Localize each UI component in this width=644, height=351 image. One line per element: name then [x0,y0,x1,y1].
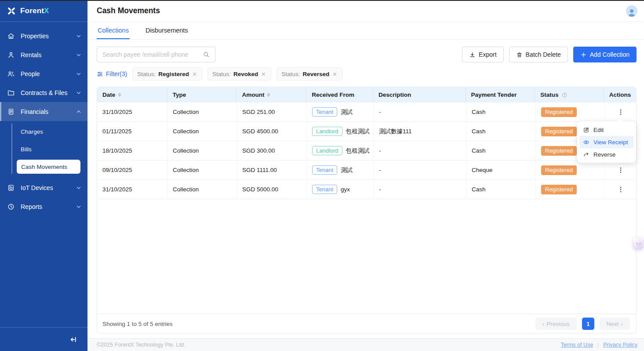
cell-amount: SGD 1111.00 [237,161,307,179]
payer-type-badge: Tenant [312,107,337,117]
privacy-policy-link[interactable]: Privacy Policy [603,342,637,348]
sort-icon[interactable] [118,93,121,97]
cell-type: Collection [167,180,237,199]
sidebar-item-contracts-files[interactable]: Contracts & Files [0,83,87,102]
chevron-left-icon: ‹ [542,321,545,327]
menu-item-reverse[interactable]: Reverse [579,148,634,161]
folder-icon [7,89,15,97]
cell-date: 09/10/2025 [97,161,167,179]
chip-value: Revoked [233,71,258,77]
cell-actions [605,180,636,199]
row-actions-button[interactable] [615,107,626,117]
table-row[interactable]: 31/10/2025 Collection SGD 251.00 Tenant … [97,102,636,122]
payer-name: gyx [341,186,350,193]
entries-summary: Showing 1 to 5 of 5 entries [102,321,173,327]
menu-item-view-receipt[interactable]: View Receipt [579,136,634,148]
search-input[interactable] [102,51,203,58]
cell-date: 18/10/2025 [97,141,167,160]
row-actions-button[interactable] [615,165,626,176]
chevron-down-icon [76,71,81,77]
column-label: Actions [609,91,631,98]
cell-date: 31/10/2025 [97,102,167,121]
toolbar: Export Batch Delete Add Collection [97,47,637,62]
page-header: Cash Movements [87,0,644,22]
status-badge: Registered [541,165,577,175]
column-label: Amount [242,91,264,98]
cell-actions [605,102,636,121]
export-button[interactable]: Export [462,47,503,62]
close-icon[interactable] [192,71,197,77]
chip-prefix: Status: [281,71,300,77]
sidebar-item-iot-devices[interactable]: IoT Devices [0,178,87,197]
sidebar-item-people[interactable]: People [0,64,87,83]
menu-item-label: Reverse [593,151,615,158]
row-actions-button[interactable] [615,184,626,195]
iot-device-icon [7,184,15,192]
tab-collections[interactable]: Collections [97,22,130,39]
eye-icon [583,139,589,146]
subitem-label: Charges [21,128,43,135]
cell-date: 31/10/2025 [97,180,167,199]
help-circle-icon[interactable] [561,92,568,98]
sidebar-item-reports[interactable]: Reports [0,197,87,216]
logo[interactable]: ForentX [0,0,87,22]
cell-type: Collection [167,122,237,141]
toolbar-buttons: Export Batch Delete Add Collection [462,47,637,62]
payer-name: 測試 [341,166,353,174]
batch-delete-button[interactable]: Batch Delete [509,47,568,62]
previous-page-button[interactable]: ‹Previous [535,318,577,330]
next-page-button[interactable]: Next› [600,318,630,330]
column-header-date[interactable]: Date [97,87,167,102]
assistant-widget-button[interactable]: >_< [633,238,643,249]
menu-item-edit[interactable]: Edit [579,124,634,136]
table-row[interactable]: 31/10/2025 Collection SGD 5000.00 Tenant… [97,180,636,199]
table-row[interactable]: 09/10/2025 Collection SGD 1111.00 Tenant… [97,161,636,180]
filter-chip-reversed: Status: Reversed [277,67,342,80]
sidebar-subitem-bills[interactable]: Bills [0,140,87,158]
cell-received-from: Tenant 測試 [307,102,374,121]
page-number-1[interactable]: 1 [582,318,594,330]
terms-of-use-link[interactable]: Terms of Use [561,342,593,348]
table-row[interactable]: 01/11/2025 Collection SGD 4500.00 Landlo… [97,122,636,141]
sidebar-item-rentals[interactable]: Rentals [0,45,87,64]
chevron-down-icon [76,33,81,39]
search-icon[interactable] [203,51,210,58]
add-collection-button[interactable]: Add Collection [573,47,637,62]
column-label: Status [540,91,558,98]
chip-prefix: Status: [212,71,231,77]
search-box [97,47,215,62]
sidebar-item-properties[interactable]: Properties [0,26,87,45]
tab-disbursements[interactable]: Disbursements [145,22,189,39]
cell-status: Registered [536,180,605,199]
close-icon[interactable] [332,71,338,77]
column-header-received-from: Received From [306,87,373,102]
batch-delete-label: Batch Delete [526,51,561,58]
sidebar-subitem-charges[interactable]: Charges [0,123,87,140]
table-row[interactable]: 18/10/2025 Collection SGD 300.00 Landlor… [97,141,636,161]
user-avatar[interactable] [626,5,637,17]
cell-payment-tender: Cash [466,122,536,141]
sort-icon[interactable] [267,93,270,97]
cell-amount: SGD 251.00 [237,102,307,121]
document-icon [7,108,15,116]
chevron-down-icon [76,52,81,58]
column-header-amount[interactable]: Amount [236,87,306,102]
filter-label: Filter(3) [106,70,127,77]
cell-description: - [374,180,466,199]
sidebar-subitem-cash-movements[interactable]: Cash Movements [17,160,80,174]
close-icon[interactable] [261,71,266,77]
collapse-sidebar-icon[interactable] [68,335,78,344]
cell-type: Collection [167,102,237,121]
dots-vertical-icon [617,167,624,174]
pagination: ‹Previous 1 Next› [535,318,630,330]
cell-description: - [374,141,466,160]
sidebar-item-financials[interactable]: Financials [0,102,87,121]
menu-item-label: View Receipt [593,139,628,146]
trash-icon [516,51,523,58]
column-label: Description [378,91,411,98]
reverse-arrow-icon [583,151,589,158]
page-footer: ©2025 ForentX Technology Pte. Ltd. Terms… [87,338,644,351]
filter-button[interactable]: Filter(3) [97,70,127,77]
cell-amount: SGD 5000.00 [237,180,307,199]
cell-description: 測試數據111 [374,122,466,141]
